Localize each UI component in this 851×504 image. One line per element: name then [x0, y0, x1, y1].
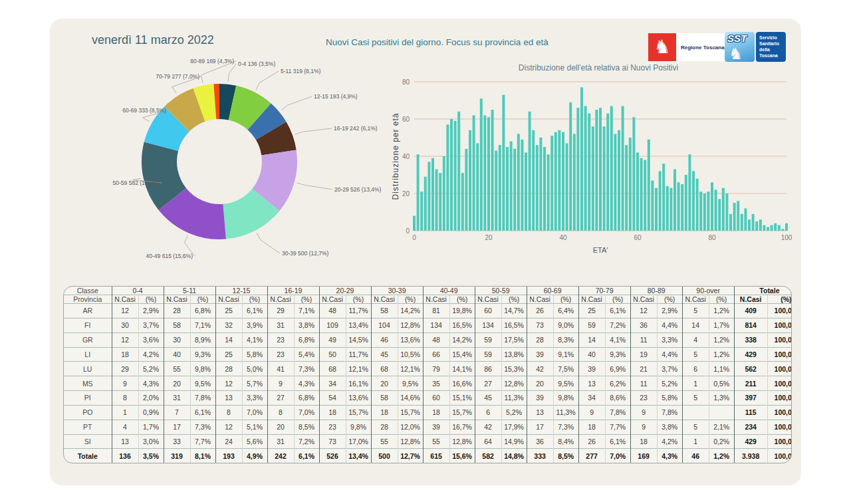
row-label: PO [64, 405, 112, 420]
bar-age-90 [748, 219, 751, 231]
cell: 7,0% [242, 405, 267, 420]
bar-age-62 [644, 160, 646, 231]
donut-label-leader [228, 64, 236, 82]
subheader-ncasi: N.Casi [112, 295, 138, 304]
cell: 41 [267, 362, 294, 376]
cell: 16,5% [449, 318, 475, 332]
cell: 24 [215, 434, 242, 449]
cell: 9,5% [553, 376, 578, 391]
col-group-70-79: 70-79 [578, 287, 630, 295]
bar-age-72 [681, 184, 683, 231]
x-tick-label: 60 [634, 234, 642, 241]
cell: 4,1% [605, 332, 630, 347]
cell: 14,8% [501, 449, 527, 463]
x-tick-label: 100 [781, 234, 792, 241]
cell: 40 [164, 347, 190, 362]
bar-age-14 [465, 149, 467, 231]
bar-age-36 [547, 154, 550, 231]
cell: 33 [164, 434, 190, 449]
col-group-0-4: 0-4 [112, 287, 164, 295]
cell: 169 [630, 449, 657, 463]
table-row-MS: MS94,3%209,5%125,7%94,3%3416,1%209,5%351… [64, 376, 792, 391]
subheader-ncasi: N.Casi [734, 295, 767, 304]
cell: 3,7% [138, 318, 164, 332]
cell: 1 [112, 405, 138, 420]
cell: 4,2% [657, 434, 682, 449]
cell: 5,2% [138, 362, 164, 376]
cell: 100,0% [767, 449, 792, 463]
subheader-pct: (%) [605, 295, 630, 304]
bar-age-8 [443, 156, 445, 231]
page-title: Nuovi Casi positivi del giorno. Focus su… [326, 37, 548, 47]
subheader-pct: (%) [398, 295, 423, 304]
cell: 3,9% [242, 318, 267, 332]
cell: 9,5% [398, 376, 423, 391]
bar-age-16 [473, 115, 475, 231]
bar-age-78 [703, 193, 706, 231]
cell: 7,1% [294, 304, 319, 318]
cell: 28 [215, 362, 242, 376]
cell: 8 [267, 405, 294, 420]
cell: 6,2% [605, 376, 630, 391]
cell: 10,5% [398, 347, 423, 362]
cell: 134 [475, 318, 501, 332]
cell: 5,6% [242, 434, 267, 449]
cell: 8,5% [553, 449, 578, 463]
cell: 42 [527, 362, 553, 376]
cell: 5,1% [242, 420, 267, 434]
bar-age-80 [711, 182, 713, 231]
cell: 3,0% [138, 434, 164, 449]
donut-label-leader [295, 128, 332, 134]
cell: 429 [734, 347, 767, 362]
cell: 338 [734, 332, 767, 347]
cell: 17 [527, 420, 553, 434]
cell: 100,0% [767, 391, 792, 406]
cell: 45 [371, 347, 398, 362]
row-label: PT [64, 420, 112, 434]
y-tick-label: 60 [402, 116, 410, 123]
cell: 14,2% [398, 304, 423, 318]
cell: 7,0% [294, 405, 319, 420]
cell: 46 [682, 449, 709, 463]
col-group-Totale: Totale [734, 287, 792, 295]
cell: 193 [215, 449, 242, 463]
regione-toscana-logo: ♞ Regione Toscana [648, 33, 730, 61]
donut-label-60-69: 60-69 333 (8,5%) [122, 107, 166, 114]
row-label: PI [64, 391, 112, 406]
bar-age-76 [696, 179, 699, 231]
subheader-ncasi: N.Casi [371, 295, 398, 304]
bar-age-46 [584, 106, 587, 231]
table-row-PO: PO10,9%76,1%87,0%87,0%1815,7%1815,7%1815… [64, 405, 792, 420]
cell: 8 [215, 405, 242, 420]
donut-label-80-89: 80-89 169 (4,3%) [190, 58, 234, 64]
cell: 5,2% [657, 376, 682, 391]
bar-age-56 [622, 106, 624, 231]
bar-age-83 [722, 188, 725, 231]
bar-age-9 [446, 124, 449, 231]
bar-age-60 [636, 152, 639, 231]
bar-age-91 [752, 214, 755, 231]
cell: 12 [112, 304, 138, 318]
cell: 11,7% [346, 347, 371, 362]
cell: 48 [319, 304, 346, 318]
bar-age-61 [640, 158, 643, 231]
cell: 4 [112, 420, 138, 434]
bar-age-17 [476, 143, 479, 231]
cell: 4 [682, 332, 709, 347]
cell: 12 [112, 332, 138, 347]
bar-age-95 [767, 227, 769, 231]
cell: 81 [423, 304, 449, 318]
cell: 100,0% [767, 332, 792, 347]
cell: 7,7% [190, 434, 215, 449]
cell: 42 [475, 420, 501, 434]
x-tick-label: 80 [708, 234, 716, 241]
cell: 3,3% [657, 332, 682, 347]
cell: 31 [164, 391, 190, 406]
bar-age-47 [588, 114, 590, 231]
cell: 25 [215, 347, 242, 362]
donut-label-40-49: 40-49 615 (15,6%) [146, 253, 193, 259]
cell: 7,3% [190, 420, 215, 434]
cell: 14,2% [449, 332, 475, 347]
cell: 34 [578, 391, 605, 406]
cell: 562 [734, 362, 767, 376]
